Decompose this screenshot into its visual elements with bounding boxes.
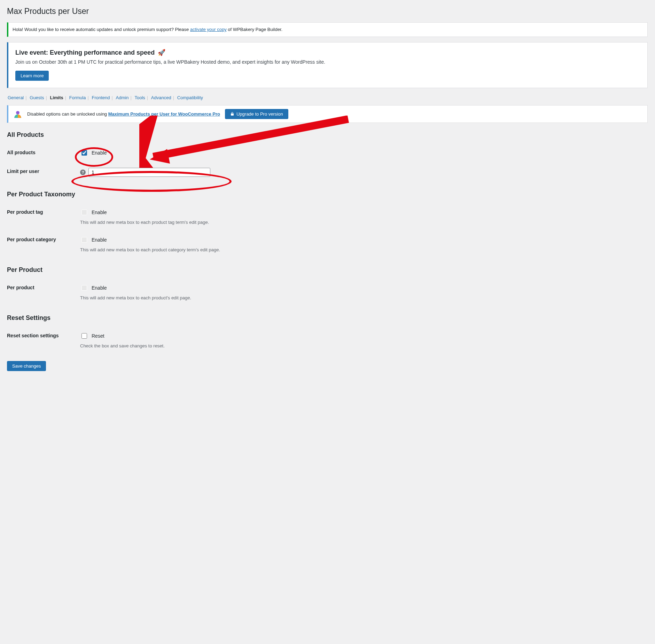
- enable-per-tag-checkbox[interactable]: [81, 210, 87, 215]
- svg-point-0: [16, 111, 20, 115]
- upgrade-bar: Disabled options can be unlocked using M…: [7, 105, 648, 123]
- enable-per-product-text: Enable: [92, 285, 107, 291]
- event-card: Live event: Everything performance and s…: [7, 42, 648, 88]
- lock-icon: [230, 112, 234, 116]
- enable-per-category-label[interactable]: Enable: [80, 236, 648, 244]
- enable-per-tag-text: Enable: [92, 210, 107, 215]
- rocket-icon: 🚀: [158, 49, 165, 56]
- enable-per-product-label[interactable]: Enable: [80, 284, 648, 292]
- tab-frontend[interactable]: Frontend: [91, 95, 110, 100]
- plugin-avatar-icon: [13, 109, 22, 118]
- activate-copy-link[interactable]: activate your copy: [190, 27, 227, 32]
- tab-general[interactable]: General: [7, 95, 24, 100]
- event-body: Join us on October 30th at 1 PM UTC for …: [15, 58, 640, 66]
- row-per-product-tag: Per product tag Enable This will add new…: [7, 203, 648, 230]
- save-changes-button[interactable]: Save changes: [7, 361, 46, 371]
- event-title-text: Live event: Everything performance and s…: [15, 49, 155, 56]
- section-all-products-heading: All Products: [7, 131, 648, 139]
- label-per-product: Per product: [7, 284, 80, 290]
- label-limit-per-user: Limit per user: [7, 168, 80, 174]
- reset-text: Reset: [92, 333, 104, 339]
- section-per-taxonomy-heading: Per Product Taxonomy: [7, 191, 648, 198]
- desc-per-product: This will add new meta box to each produ…: [80, 295, 648, 300]
- tab-limits[interactable]: Limits: [49, 95, 64, 100]
- label-per-product-category: Per product category: [7, 236, 80, 242]
- help-icon[interactable]: ?: [80, 170, 86, 175]
- notice-text-prefix: Hola! Would you like to receive automati…: [13, 27, 190, 32]
- reset-label[interactable]: Reset: [80, 332, 648, 340]
- tab-admin[interactable]: Admin: [115, 95, 130, 100]
- enable-all-products-checkbox[interactable]: [81, 150, 87, 156]
- pro-plugin-link[interactable]: Maximum Products per User for WooCommerc…: [108, 111, 220, 117]
- upgrade-text: Disabled options can be unlocked using: [27, 111, 108, 117]
- upgrade-pro-button[interactable]: Upgrade to Pro version: [225, 109, 288, 119]
- enable-per-tag-label[interactable]: Enable: [80, 209, 648, 216]
- tab-tools[interactable]: Tools: [134, 95, 146, 100]
- label-per-product-tag: Per product tag: [7, 209, 80, 215]
- tab-compatibility[interactable]: Compatibility: [177, 95, 204, 100]
- enable-per-product-checkbox[interactable]: [81, 285, 87, 291]
- tab-formula[interactable]: Formula: [69, 95, 87, 100]
- enable-all-products-label[interactable]: Enable: [80, 149, 648, 157]
- event-title: Live event: Everything performance and s…: [15, 49, 640, 56]
- notice-text-suffix: of WPBakery Page Builder.: [228, 27, 282, 32]
- desc-reset: Check the box and save changes to reset.: [80, 343, 648, 348]
- row-per-product-category: Per product category Enable This will ad…: [7, 230, 648, 258]
- section-reset-heading: Reset Settings: [7, 314, 648, 322]
- activation-notice: Hola! Would you like to receive automati…: [7, 22, 648, 37]
- row-reset-settings: Reset section settings Reset Check the b…: [7, 327, 648, 354]
- reset-checkbox[interactable]: [81, 333, 87, 339]
- desc-per-tag: This will add new meta box to each produ…: [80, 220, 648, 225]
- learn-more-button[interactable]: Learn more: [15, 71, 49, 81]
- tab-guests[interactable]: Guests: [29, 95, 45, 100]
- settings-tabs: General| Guests| Limits| Formula| Fronte…: [7, 95, 648, 100]
- section-per-product-heading: Per Product: [7, 266, 648, 274]
- label-reset-settings: Reset section settings: [7, 332, 80, 338]
- row-per-product: Per product Enable This will add new met…: [7, 278, 648, 306]
- label-all-products: All products: [7, 149, 80, 155]
- row-all-products: All products Enable: [7, 143, 648, 162]
- desc-per-category: This will add new meta box to each produ…: [80, 247, 648, 252]
- tab-advanced[interactable]: Advanced: [150, 95, 172, 100]
- row-limit-per-user: Limit per user ?: [7, 162, 648, 182]
- enable-per-category-checkbox[interactable]: [81, 237, 87, 243]
- upgrade-pro-button-label: Upgrade to Pro version: [236, 111, 283, 117]
- enable-all-products-text: Enable: [92, 150, 107, 156]
- limit-per-user-input[interactable]: [88, 168, 210, 177]
- page-title: Max Products per User: [7, 3, 648, 17]
- enable-per-category-text: Enable: [92, 237, 107, 243]
